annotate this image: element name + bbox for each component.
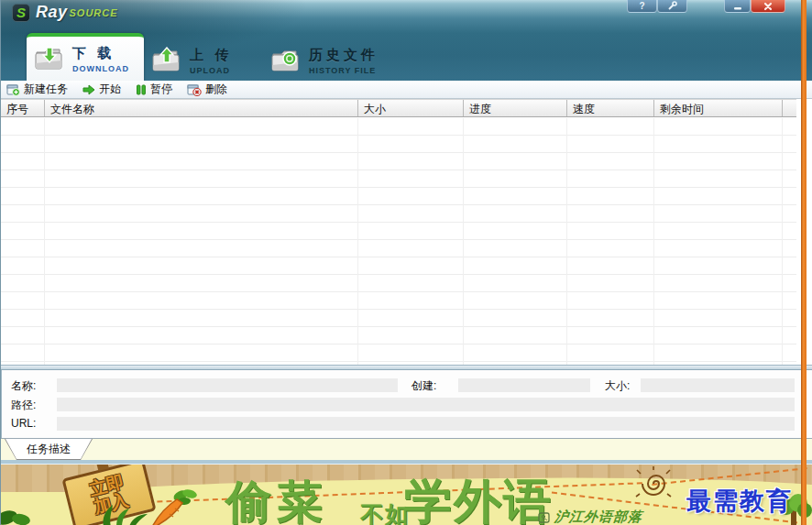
- pause-icon: [136, 83, 147, 96]
- minimize-icon: [733, 2, 742, 11]
- banner-headline-notasgood: 不如: [360, 499, 410, 525]
- start-icon: [82, 83, 95, 96]
- column-header-blank: [783, 100, 796, 116]
- task-table-body[interactable]: [1, 118, 796, 365]
- name-label: 名称:: [11, 378, 36, 394]
- body-column-progress: [464, 118, 567, 365]
- brand-source: SOURCE: [70, 7, 118, 18]
- tab-task-description[interactable]: 任务描述: [5, 439, 93, 460]
- settings-button[interactable]: [657, 0, 687, 13]
- tab-history-label: 历史文件: [309, 47, 379, 64]
- tab-history-sublabel: HISTORY FILE: [309, 66, 379, 75]
- watermark-text: 最需教育: [686, 485, 793, 518]
- carrot-icon: [148, 488, 201, 525]
- ad-banner[interactable]: 立即 加入 偷菜 不如 学外语 沪江外语部落: [1, 465, 812, 525]
- delete-button[interactable]: 删除: [187, 82, 227, 97]
- size-label: 大小:: [605, 378, 630, 394]
- delete-icon: [187, 83, 202, 96]
- brand-ray: Ray: [36, 3, 68, 22]
- raysource-window: S Ray SOURCE ?: [0, 0, 812, 525]
- created-label: 创建:: [411, 378, 436, 394]
- history-folder-icon: [270, 47, 302, 74]
- tab-download-sublabel: DOWNLOAD: [72, 64, 129, 73]
- tab-upload[interactable]: 上 传 UPLOAD: [146, 40, 256, 81]
- help-button[interactable]: ?: [627, 0, 657, 13]
- new-task-icon: [6, 83, 20, 96]
- new-task-button[interactable]: 新建任务: [6, 82, 68, 97]
- body-column-filename: [45, 118, 358, 365]
- banner-headline-steal: 偷菜: [225, 472, 328, 525]
- start-button[interactable]: 开始: [82, 82, 121, 97]
- task-details-panel: 名称: 创建: 大小: 路径: URL:: [1, 370, 812, 438]
- pause-button[interactable]: 暂停: [136, 82, 172, 97]
- tab-history[interactable]: 历史文件 HISTORY FILE: [265, 40, 411, 81]
- upload-folder-icon: [151, 47, 182, 74]
- body-column-size: [358, 118, 464, 365]
- wrench-icon: [667, 1, 677, 11]
- tab-download[interactable]: 下 载 DOWNLOAD: [27, 33, 144, 81]
- task-toolbar: 新建任务 开始 暂停: [1, 81, 812, 99]
- url-label: URL:: [11, 417, 36, 430]
- leaf-icon: [1, 505, 32, 525]
- body-column-speed: [567, 118, 654, 365]
- body-column-index: [1, 118, 45, 365]
- tab-upload-sublabel: UPLOAD: [190, 66, 232, 75]
- task-table-header: 序号 文件名称 大小 进度 速度 剩余时间: [1, 99, 796, 117]
- body-column-blank: [783, 118, 796, 365]
- grass-icon: [96, 503, 155, 525]
- path-label: 路径:: [11, 398, 36, 413]
- column-header-progress[interactable]: 进度: [464, 100, 567, 116]
- app-logo: S Ray SOURCE: [12, 3, 118, 22]
- help-icon: ?: [639, 2, 644, 11]
- body-column-remaining-time: [654, 118, 783, 365]
- delete-label: 删除: [205, 82, 227, 97]
- raysource-logo-icon: S: [12, 4, 30, 22]
- close-icon: [763, 2, 773, 11]
- download-panel: 新建任务 开始 暂停: [1, 81, 812, 365]
- banner-brand-icon: [538, 511, 551, 524]
- created-value-field: [458, 378, 590, 392]
- background-window-edge: [801, 0, 807, 525]
- banner-headline-learn: 学外语: [404, 470, 553, 525]
- banner-brand-label: 沪江外语部落: [554, 509, 643, 525]
- new-task-label: 新建任务: [24, 82, 68, 97]
- column-header-remaining-time[interactable]: 剩余时间: [654, 100, 783, 116]
- minimize-button[interactable]: [724, 0, 751, 13]
- pause-label: 暂停: [150, 82, 172, 97]
- tab-upload-label: 上 传: [190, 47, 232, 64]
- titlebar: S Ray SOURCE ?: [1, 0, 812, 81]
- column-header-index[interactable]: 序号: [1, 100, 45, 116]
- name-value-field: [57, 378, 398, 392]
- column-header-speed[interactable]: 速度: [567, 100, 654, 116]
- bottom-tab-strip: 任务描述: [1, 438, 812, 460]
- size-value-field: [641, 378, 795, 392]
- path-value-field: [57, 398, 795, 411]
- url-value-field: [57, 417, 795, 431]
- close-button[interactable]: [751, 0, 785, 13]
- download-folder-icon: [34, 45, 65, 72]
- tab-download-label: 下 载: [72, 45, 129, 62]
- sun-spiral-icon: [635, 466, 672, 501]
- start-label: 开始: [99, 82, 121, 97]
- column-header-size[interactable]: 大小: [358, 100, 464, 116]
- column-header-filename[interactable]: 文件名称: [45, 100, 358, 116]
- tab-task-description-label: 任务描述: [5, 439, 92, 459]
- banner-brand: 沪江外语部落: [538, 509, 642, 525]
